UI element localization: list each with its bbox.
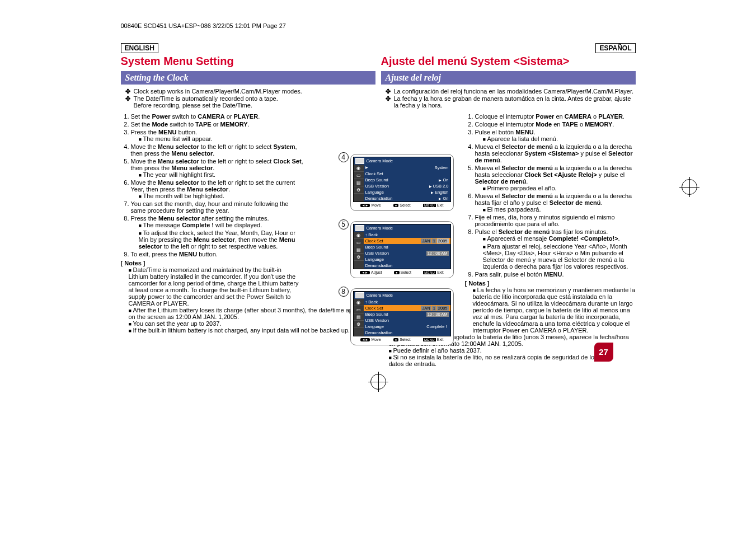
substep: Aparece la lista del menú. bbox=[483, 135, 636, 142]
camera-icon: ◉ bbox=[354, 232, 364, 239]
steps-en: Set the Power switch to CAMERA or PLAYER… bbox=[131, 113, 304, 257]
menu-lang: Language bbox=[364, 256, 450, 263]
registration-mark-icon bbox=[682, 179, 697, 195]
step: Move the Menu selector to the left or ri… bbox=[131, 158, 304, 178]
lcd-title: Camera Mode bbox=[354, 224, 450, 232]
menu-key-icon: MENU bbox=[423, 338, 436, 341]
notes-label: [ Notes ] bbox=[121, 260, 375, 266]
menu-key-icon: MENU bbox=[423, 204, 436, 207]
intro-text: Clock setup works in Camera/Player/M.Cam… bbox=[134, 88, 302, 95]
lcd-footer: ◄►Adjust ●Select MENU Exit bbox=[353, 269, 451, 275]
section-es: Ajuste del reloj bbox=[381, 71, 636, 85]
menu-lang: LanguageComplete ! bbox=[364, 324, 450, 330]
bullet-icon: ✤ bbox=[386, 88, 391, 95]
lcd-figure-4: 4 Camera Mode ◉ ▭ ▤ ⚙ System Clock Set B… bbox=[350, 154, 454, 211]
step: Mueva el Selector de menú a la izquierda… bbox=[475, 143, 636, 163]
step: Move the Menu selector to the left or ri… bbox=[131, 143, 304, 157]
display-icon: ▤ bbox=[354, 313, 364, 321]
step: Coloque el interruptor Power en CAMERA o… bbox=[475, 113, 636, 120]
menu-clockset: Clock Set bbox=[364, 171, 450, 177]
figure-number: 5 bbox=[339, 219, 349, 229]
step: Mueva el Selector de menú a la izquierda… bbox=[475, 193, 636, 213]
bullet-icon: ✤ bbox=[386, 95, 391, 109]
camera-icon: ◉ bbox=[354, 299, 364, 306]
joystick-icon: ● bbox=[393, 204, 399, 207]
substep: Para ajustar el reloj, seleccione Year <… bbox=[483, 243, 636, 270]
tape-icon: ▭ bbox=[354, 306, 364, 313]
menu-beep: Beep SoundOn bbox=[364, 177, 450, 183]
lcd-footer: ◄►Move ●Select MENU Exit bbox=[353, 202, 451, 208]
intro-text: La configuración del reloj funciona en l… bbox=[394, 88, 634, 95]
note: After the Lithium battery loses its char… bbox=[129, 307, 375, 320]
lcd-figure-8: 8 Camera Mode ◉ ▭ ▤ ⚙ ↑ Back Clock Set J… bbox=[350, 288, 454, 345]
step: Para salir, pulse el botón MENU. bbox=[475, 271, 636, 278]
menu-lang: LanguageEnglish bbox=[364, 189, 450, 195]
display-icon: ▤ bbox=[354, 246, 364, 254]
registration-mark-icon bbox=[370, 374, 386, 390]
bullet-icon: ✤ bbox=[125, 88, 130, 95]
step: Set the Mode switch to TAPE or MEMORY. bbox=[131, 121, 304, 128]
menu-clockset-selected: Clock Set JAN12005 bbox=[364, 238, 450, 244]
step: To exit, press the MENU button. bbox=[131, 251, 304, 257]
menu-key-icon: MENU bbox=[423, 271, 436, 274]
lcd-icon-strip: ◉ ▭ ▤ ⚙ bbox=[354, 165, 364, 202]
note: You can set the year up to 2037. bbox=[129, 320, 375, 327]
step: Coloque el interruptor Mode en TAPE o ME… bbox=[475, 121, 636, 128]
bullet-icon: ✤ bbox=[125, 95, 130, 109]
menu-demo: Demonstration bbox=[364, 330, 450, 336]
lcd-icon-strip: ◉ ▭ ▤ ⚙ bbox=[354, 299, 364, 336]
joystick-icon: ● bbox=[394, 271, 400, 274]
english-column: ENGLISH System Menu Setting Setting the … bbox=[121, 43, 375, 367]
step: Move the Menu selector to the left or ri… bbox=[131, 179, 304, 199]
menu-back: ↑ Back bbox=[364, 299, 450, 305]
menu-beep: Beep Sound bbox=[364, 244, 450, 250]
substep: The message Complete ! will be displayed… bbox=[139, 222, 304, 228]
intro-text: La fecha y la hora se graban de manera a… bbox=[394, 95, 636, 109]
tape-icon: ▭ bbox=[354, 172, 364, 179]
title-en: System Menu Setting bbox=[121, 55, 375, 68]
lcd-footer: ◄►Move ●Select MENU Exit bbox=[353, 336, 451, 343]
step: Pulse el botón MENU. Aparece la lista de… bbox=[475, 129, 636, 142]
step: Fije el mes, día, hora y minutos siguien… bbox=[475, 214, 636, 227]
intro-text: The Date/Time is automatically recorded … bbox=[134, 95, 278, 109]
step: Press the MENU button. The menu list wil… bbox=[131, 129, 304, 142]
menu-back: ↑ Back bbox=[364, 232, 450, 238]
substep: The month will be highlighted. bbox=[139, 193, 304, 199]
file-header: 00840E SCD451 USA+ESP~086 3/22/05 12:01 … bbox=[121, 22, 636, 29]
step: Mueva el Selector de menú a la izquierda… bbox=[475, 165, 636, 191]
notes-label: [ Notas ] bbox=[465, 280, 636, 287]
menu-clockset-selected: Clock Set JAN12005 bbox=[364, 305, 450, 311]
step: Pulse el Selector de menú tras fijar los… bbox=[475, 228, 636, 270]
joystick-icon: ◄► bbox=[360, 271, 370, 274]
gear-icon: ⚙ bbox=[354, 186, 364, 194]
gear-icon: ⚙ bbox=[354, 321, 364, 328]
lcd-icon-strip: ◉ ▭ ▤ ⚙ bbox=[354, 232, 364, 269]
display-icon: ▤ bbox=[354, 179, 364, 186]
lcd-figures: 4 Camera Mode ◉ ▭ ▤ ⚙ System Clock Set B… bbox=[350, 154, 454, 355]
menu-usb: USB VersionUSB 2.0 bbox=[364, 183, 450, 189]
menu-demo: DemonstrationOn bbox=[364, 195, 450, 202]
steps-es: Coloque el interruptor Power en CAMERA o… bbox=[475, 113, 636, 278]
figure-number: 8 bbox=[339, 287, 349, 297]
lcd-title: Camera Mode bbox=[354, 157, 450, 165]
joystick-icon: ● bbox=[393, 338, 399, 341]
tape-icon: ▭ bbox=[354, 239, 364, 246]
menu-usb: USB Version12 : 00 AM bbox=[364, 250, 450, 256]
joystick-icon: ◄► bbox=[360, 338, 370, 341]
menu-system: System bbox=[364, 165, 450, 171]
lcd-title: Camera Mode bbox=[354, 292, 450, 299]
section-en: Setting the Clock bbox=[121, 71, 375, 85]
lang-label-en: ENGLISH bbox=[121, 43, 158, 53]
substep: The menu list will appear. bbox=[139, 135, 304, 142]
lang-label-es: ESPAÑOL bbox=[595, 43, 635, 53]
step: Set the Power switch to CAMERA or PLAYER… bbox=[131, 113, 304, 120]
menu-beep: Beep Sound10 : 30 AM bbox=[364, 311, 450, 317]
gear-icon: ⚙ bbox=[354, 254, 364, 261]
substep: El mes parpadeará. bbox=[483, 206, 636, 213]
notes-en: Date/Time is memorized and maintained by… bbox=[129, 266, 375, 334]
note: La fecha y la hora se memorizan y mantie… bbox=[473, 287, 636, 334]
substep: Aparecerá el mensaje Complete! <Completo… bbox=[483, 235, 636, 242]
camera-icon: ◉ bbox=[354, 165, 364, 172]
substep: The year will highlight first. bbox=[139, 171, 304, 178]
substep: To adjust the clock, select the Year, Mo… bbox=[139, 229, 304, 250]
